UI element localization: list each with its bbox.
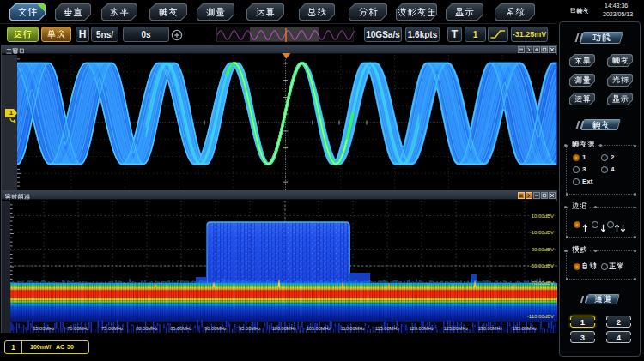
svg-text:90.00MHz: 90.00MHz xyxy=(204,326,227,331)
svg-text:-10.00dBV: -10.00dBV xyxy=(530,230,554,235)
svg-text:-50.00dBV: -50.00dBV xyxy=(530,263,554,268)
svg-text:-110.00dBV: -110.00dBV xyxy=(527,314,554,319)
svg-text:95.00MHz: 95.00MHz xyxy=(239,326,261,331)
svg-text:75.00MHz: 75.00MHz xyxy=(101,326,124,331)
svg-text:105.00MHz: 105.00MHz xyxy=(307,326,331,331)
svg-text:65.00MHz: 65.00MHz xyxy=(33,326,55,331)
svg-text:-30.00dBV: -30.00dBV xyxy=(530,247,554,252)
svg-text:130.00MHz: 130.00MHz xyxy=(478,326,503,331)
svg-text:110.00MHz: 110.00MHz xyxy=(341,326,365,331)
svg-text:70.00MHz: 70.00MHz xyxy=(67,326,89,331)
svg-text:10.00dBV: 10.00dBV xyxy=(532,214,554,219)
svg-text:80.00MHz: 80.00MHz xyxy=(136,326,158,331)
svg-text:125.00MHz: 125.00MHz xyxy=(444,326,469,331)
svg-text:115.00MHz: 115.00MHz xyxy=(375,326,399,331)
svg-text:85.00MHz: 85.00MHz xyxy=(170,326,192,331)
svg-text:120.00MHz: 120.00MHz xyxy=(410,326,434,331)
svg-text:-70.00dBV: -70.00dBV xyxy=(530,280,554,286)
svg-text:100.00MHz: 100.00MHz xyxy=(272,326,297,331)
svg-text:135.00MHz: 135.00MHz xyxy=(513,326,538,331)
